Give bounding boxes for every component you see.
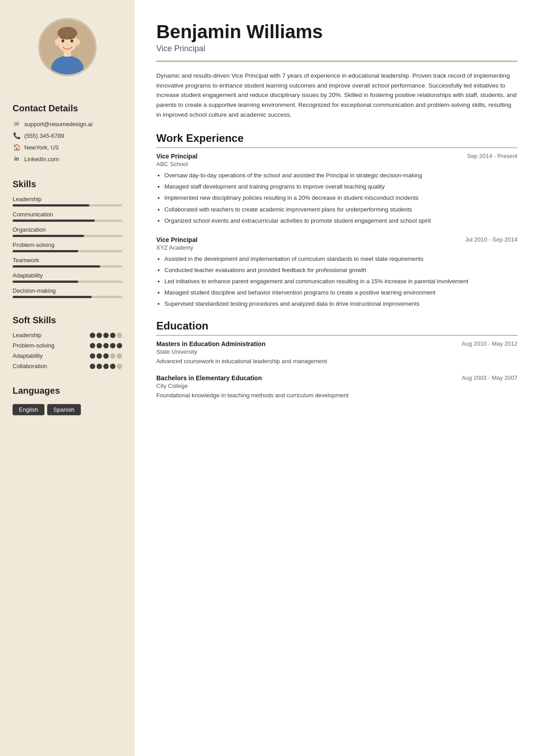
bullet-item: Assisted in the development and implemen… <box>164 255 517 264</box>
contact-linkedin-item: in LinkedIn.com <box>13 155 59 163</box>
dot-filled <box>97 343 102 348</box>
skill-label: Teamwork <box>13 257 122 264</box>
bullet-item: Collaborated with teachers to create aca… <box>164 205 517 214</box>
summary-text: Dynamic and results-driven Vice Principa… <box>156 71 517 119</box>
soft-skill-label: Problem-solving <box>13 342 54 349</box>
skills-list: Leadership Communication Organization Pr… <box>13 196 122 303</box>
soft-skills-list: LeadershipProblem-solvingAdaptabilityCol… <box>13 332 122 373</box>
candidate-job-title: Vice Principal <box>156 44 517 53</box>
dots <box>90 364 122 369</box>
dot-filled <box>103 364 109 369</box>
skill-bar-bg <box>13 296 122 298</box>
contact-location: NewYork, US <box>24 144 59 151</box>
main-content: Benjamin Williams Vice Principal Dynamic… <box>135 0 539 756</box>
exp-org: XYZ Academy <box>156 244 517 251</box>
exp-bullets: Oversaw day-to-day operations of the sch… <box>156 171 517 225</box>
skill-bar-fill <box>13 296 92 298</box>
soft-skill-label: Leadership <box>13 332 41 338</box>
language-tag: Spanish <box>47 404 81 415</box>
skill-item: Organization <box>13 226 122 237</box>
bullet-item: Conducted teacher evaluations and provid… <box>164 266 517 275</box>
edu-desc: Advanced coursework in educational leade… <box>156 357 517 366</box>
svg-point-2 <box>57 27 77 40</box>
soft-skills-section-title: Soft Skills <box>13 315 56 325</box>
dot-filled <box>110 364 115 369</box>
edu-block: Bachelors in Elementary Education Aug 20… <box>156 374 517 400</box>
work-section-heading: Work Experience <box>156 132 517 148</box>
skill-bar-fill <box>13 220 95 222</box>
jobs-list: Vice Principal Sep 2014 - Present ABC Sc… <box>156 153 517 308</box>
contact-phone: (555) 345-6789 <box>24 132 64 139</box>
contact-linkedin: LinkedIn.com <box>24 156 59 163</box>
exp-bullets: Assisted in the development and implemen… <box>156 255 517 309</box>
soft-skill-label: Collaboration <box>13 363 47 369</box>
dot-empty <box>117 333 122 338</box>
bullet-item: Managed staff development and training p… <box>164 182 517 191</box>
contact-phone-item: 📞 (555) 345-6789 <box>13 132 64 140</box>
avatar <box>38 18 97 76</box>
dot-filled <box>117 343 122 348</box>
dot-empty <box>110 353 115 359</box>
skill-bar-bg <box>13 250 122 252</box>
skill-item: Communication <box>13 211 122 222</box>
skills-section-title: Skills <box>13 179 36 189</box>
dot-filled <box>103 353 109 359</box>
sidebar: Contact Details ✉ support@resumedesign.a… <box>0 0 135 756</box>
soft-skill-label: Adaptability <box>13 352 43 359</box>
bullet-item: Implemented new disciplinary policies re… <box>164 193 517 202</box>
svg-point-7 <box>62 40 64 43</box>
edu-school: City College <box>156 382 517 389</box>
avatar-container <box>13 18 122 76</box>
skill-label: Problem-solving <box>13 242 122 248</box>
languages-section-title: Languages <box>13 386 60 396</box>
skill-bar-fill <box>13 235 84 237</box>
edu-list: Masters in Education Administration Aug … <box>156 340 517 400</box>
dots <box>90 353 122 359</box>
languages-list: EnglishSpanish <box>13 402 84 415</box>
soft-skill-item: Adaptability <box>13 352 122 359</box>
dot-filled <box>90 364 95 369</box>
exp-header: Vice Principal Sep 2014 - Present <box>156 153 517 160</box>
dot-filled <box>90 343 95 348</box>
dot-filled <box>90 353 95 359</box>
dot-filled <box>110 343 115 348</box>
soft-skill-item: Problem-solving <box>13 342 122 349</box>
skill-item: Adaptability <box>13 272 122 283</box>
skill-item: Teamwork <box>13 257 122 268</box>
email-icon: ✉ <box>13 120 21 128</box>
dot-filled <box>103 333 109 338</box>
edu-section-heading: Education <box>156 320 517 336</box>
edu-header: Masters in Education Administration Aug … <box>156 340 517 347</box>
bullet-item: Oversaw day-to-day operations of the sch… <box>164 171 517 180</box>
exp-role: Vice Principal <box>156 236 198 243</box>
edu-date: Aug 2003 - May 2007 <box>462 374 517 381</box>
skill-bar-bg <box>13 265 122 268</box>
dot-empty <box>117 364 122 369</box>
dot-filled <box>110 333 115 338</box>
skill-label: Leadership <box>13 196 122 202</box>
edu-school: State University <box>156 348 517 355</box>
skill-item: Decision-making <box>13 287 122 298</box>
skill-bar-bg <box>13 281 122 283</box>
candidate-name: Benjamin Williams <box>156 22 517 42</box>
name-title-block: Benjamin Williams Vice Principal <box>156 22 517 53</box>
contact-email: support@resumedesign.ai <box>24 121 93 127</box>
soft-skill-item: Collaboration <box>13 363 122 369</box>
skill-bar-fill <box>13 265 100 268</box>
bullet-item: Supervised standardized testing procedur… <box>164 299 517 308</box>
dot-filled <box>103 343 109 348</box>
language-tag: English <box>13 404 44 415</box>
skill-bar-bg <box>13 204 122 207</box>
skill-item: Leadership <box>13 196 122 207</box>
dots <box>90 333 122 338</box>
job-block: Vice Principal Sep 2014 - Present ABC Sc… <box>156 153 517 225</box>
bullet-item: Managed student discipline and behavior … <box>164 288 517 297</box>
svg-point-4 <box>75 39 80 45</box>
skill-bar-bg <box>13 220 122 222</box>
contact-location-item: 🏠 NewYork, US <box>13 143 59 151</box>
dot-empty <box>117 353 122 359</box>
bullet-item: Organized school events and extracurricu… <box>164 216 517 225</box>
skill-bar-bg <box>13 235 122 237</box>
dot-filled <box>90 333 95 338</box>
skill-bar-fill <box>13 204 89 207</box>
